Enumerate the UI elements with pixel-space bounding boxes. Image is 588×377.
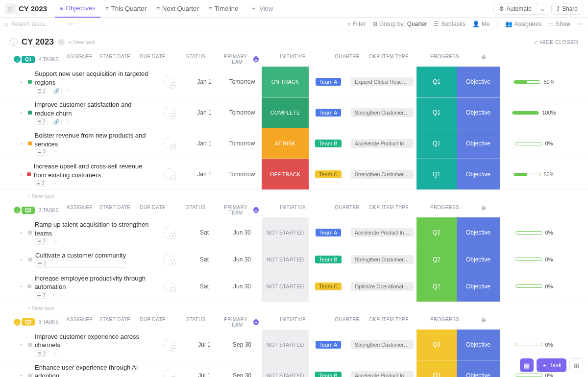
quarter-pill[interactable]: Q3 — [22, 318, 35, 326]
due-date[interactable]: Sep 30 — [222, 360, 262, 377]
status-cell[interactable]: OFF TRACK — [262, 159, 309, 189]
quarter-cell[interactable]: Q3 — [416, 330, 457, 360]
expand-icon[interactable]: ▸ — [21, 373, 25, 377]
col-assignee[interactable]: ASSIGNEE — [63, 54, 97, 65]
team-pill[interactable]: Team A — [316, 341, 342, 349]
progress-cell[interactable]: 0% — [500, 128, 568, 159]
group-collapse[interactable]: ⌄ — [14, 319, 21, 326]
tag-icon[interactable]: ⚐ — [65, 88, 73, 94]
automate-button[interactable]: ⚙Automate — [493, 3, 537, 15]
task-name[interactable]: Enhance user experience through AI adopt… — [35, 363, 152, 377]
col-progress[interactable]: PROGRESS — [411, 317, 479, 328]
progress-cell[interactable]: 0% — [500, 330, 568, 360]
start-date[interactable]: Jul 1 — [186, 330, 222, 360]
col-quarter[interactable]: QUARTER — [327, 54, 368, 65]
due-date[interactable]: Tomorrow — [222, 67, 262, 97]
team-pill[interactable]: Team C — [315, 170, 342, 178]
assign-button[interactable] — [163, 370, 175, 377]
progress-cell[interactable]: 50% — [500, 159, 568, 189]
expand-icon[interactable]: ▸ — [21, 141, 25, 146]
add-view-button[interactable]: ＋View — [246, 0, 278, 18]
initiative-pill[interactable]: Strengthen Customer Retenti... — [351, 108, 414, 117]
assign-button[interactable] — [163, 227, 175, 238]
add-task-row[interactable]: + New task — [0, 302, 588, 314]
task-row[interactable]: ▸Cultivate a customer community ☰ 2SatJu… — [0, 248, 588, 271]
group-collapse[interactable]: ⌄ — [14, 56, 21, 63]
tab-next-quarter[interactable]: ≡Next Quarter — [151, 0, 203, 18]
col-status[interactable]: STATUS — [172, 205, 220, 215]
team-pill[interactable]: Team A — [316, 109, 342, 117]
okr-cell[interactable]: Objective — [457, 271, 500, 302]
task-row[interactable]: ▸Improve customer experience across chan… — [0, 330, 588, 360]
add-column[interactable]: ⊕ — [479, 54, 489, 65]
start-date[interactable]: Sat — [186, 217, 222, 248]
progress-cell[interactable]: 0% — [500, 217, 568, 248]
initiative-pill[interactable]: Accelerate Product Innovation — [351, 371, 414, 377]
tag-icon[interactable]: ⚐ — [51, 238, 59, 245]
start-date[interactable]: Jan 1 — [186, 128, 222, 159]
tab-timeline[interactable]: ≡Timeline — [204, 0, 244, 18]
col-okr-type[interactable]: OKR ITEM TYPE — [368, 317, 411, 328]
col-progress[interactable]: PROGRESS — [411, 54, 479, 65]
col-okr-type[interactable]: OKR ITEM TYPE — [368, 205, 411, 215]
group-by-button[interactable]: ⊞Group by: Quarter — [372, 21, 427, 27]
start-date[interactable]: Sat — [186, 271, 222, 302]
quarter-cell[interactable]: Q1 — [416, 159, 457, 189]
status-cell[interactable]: AT RISK — [262, 128, 309, 159]
new-task-link[interactable]: + New task — [69, 39, 96, 45]
task-row[interactable]: ▸Ramp up talent acquisition to strengthe… — [0, 217, 588, 248]
subtask-count[interactable]: ☰ 2 — [35, 351, 48, 357]
apps-fab[interactable]: ⊞ — [569, 358, 583, 372]
col-status[interactable]: STATUS — [172, 54, 220, 65]
col-quarter[interactable]: QUARTER — [327, 317, 368, 328]
link-icon[interactable]: 🔗 — [51, 88, 62, 94]
expand-icon[interactable]: ▸ — [21, 257, 25, 261]
assign-button[interactable] — [163, 254, 175, 265]
quarter-cell[interactable]: Q2 — [416, 271, 457, 302]
status-square[interactable] — [28, 374, 32, 377]
start-date[interactable]: Jan 1 — [186, 159, 222, 189]
assign-button[interactable] — [163, 168, 175, 180]
progress-cell[interactable]: 100% — [500, 97, 568, 128]
notepad-fab[interactable]: ▤ — [520, 358, 534, 372]
tag-icon[interactable]: ⚐ — [50, 292, 59, 299]
col-quarter[interactable]: QUARTER — [327, 205, 368, 215]
subtask-count[interactable]: ☰ 2 — [34, 292, 48, 299]
team-pill[interactable]: Team C — [315, 283, 342, 290]
task-name[interactable]: Improve customer satisfaction and reduce… — [35, 100, 152, 118]
okr-cell[interactable]: Objective — [457, 248, 500, 270]
subtask-count[interactable]: ☰ 2 — [34, 180, 47, 187]
initiative-pill[interactable]: Optimize Operational Efficien... — [351, 282, 414, 291]
progress-cell[interactable]: 0% — [500, 248, 568, 270]
due-date[interactable]: Tomorrow — [222, 128, 262, 159]
assign-button[interactable] — [163, 76, 175, 88]
group-collapse[interactable]: ⌄ — [14, 207, 21, 213]
more-icon[interactable]: ⋯ — [577, 21, 583, 27]
col-assignee[interactable]: ASSIGNEE — [63, 317, 97, 328]
tag-icon[interactable]: ⚐ — [65, 118, 73, 125]
status-square[interactable] — [27, 284, 31, 288]
task-name[interactable]: Improve customer experience across chann… — [35, 332, 152, 350]
new-task-fab[interactable]: ＋Task — [537, 358, 566, 372]
initiative-pill[interactable]: Accelerate Product Innovation — [351, 228, 414, 237]
progress-cell[interactable]: 50% — [500, 67, 568, 97]
okr-cell[interactable]: Objective — [457, 360, 500, 377]
subtask-count[interactable]: ☰ 2 — [35, 88, 48, 94]
due-date[interactable]: Sep 30 — [222, 330, 262, 360]
start-date[interactable]: Jan 1 — [186, 67, 222, 97]
due-date[interactable]: Jun 30 — [222, 248, 262, 270]
start-date[interactable]: Jan 1 — [186, 97, 222, 128]
expand-icon[interactable]: ▸ — [21, 342, 25, 347]
col-start-date[interactable]: START DATE — [97, 205, 133, 215]
status-cell[interactable]: NOT STARTED — [262, 217, 309, 248]
start-date[interactable]: Jul 1 — [186, 360, 222, 377]
due-date[interactable]: Tomorrow — [222, 97, 262, 128]
assign-button[interactable] — [163, 281, 175, 292]
add-column[interactable]: ⊕ — [479, 317, 489, 328]
subtask-count[interactable]: ☰ 2 — [35, 118, 48, 125]
tab-this-quarter[interactable]: ≡This Quarter — [100, 0, 151, 18]
status-square[interactable] — [28, 80, 32, 84]
quarter-cell[interactable]: Q2 — [416, 248, 457, 270]
quarter-pill[interactable]: Q2 — [22, 207, 35, 214]
task-row[interactable]: ▸Support new user acquisition in targete… — [0, 67, 588, 97]
